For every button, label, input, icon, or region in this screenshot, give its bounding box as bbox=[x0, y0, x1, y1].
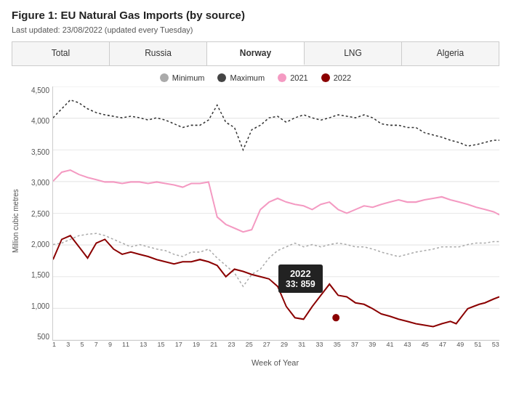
tab-norway[interactable]: Norway bbox=[207, 42, 305, 65]
x-tick-9: 9 bbox=[108, 341, 112, 348]
2021-icon bbox=[278, 73, 286, 82]
tab-total[interactable]: Total bbox=[12, 42, 110, 65]
chart-plot: 2022 33: 859 bbox=[52, 86, 499, 341]
y-tick-4500: 4,500 bbox=[31, 86, 49, 94]
x-tick-53: 53 bbox=[492, 341, 499, 348]
minimum-line bbox=[53, 233, 499, 286]
x-tick-35: 35 bbox=[334, 341, 341, 348]
y-axis: 4,500 4,000 3,500 3,000 2,500 2,000 1,50… bbox=[25, 86, 52, 341]
chart-inner: 4,500 4,000 3,500 3,000 2,500 2,000 1,50… bbox=[25, 86, 499, 355]
y-tick-1000: 1,000 bbox=[31, 302, 49, 310]
x-tick-23: 23 bbox=[228, 341, 235, 348]
chart-title: Figure 1: EU Natural Gas Imports (by sou… bbox=[12, 9, 499, 21]
tab-algeria[interactable]: Algeria bbox=[402, 42, 499, 65]
x-tick-11: 11 bbox=[122, 341, 129, 348]
maximum-line bbox=[53, 100, 499, 150]
legend-maximum-label: Maximum bbox=[230, 73, 265, 82]
legend-2021: 2021 bbox=[278, 73, 307, 82]
tab-bar: Total Russia Norway LNG Algeria bbox=[12, 41, 499, 66]
line-2021 bbox=[53, 170, 499, 232]
x-tick-25: 25 bbox=[246, 341, 253, 348]
tab-lng[interactable]: LNG bbox=[305, 42, 402, 65]
x-axis-label: Week of Year bbox=[12, 358, 499, 367]
y-tick-2000: 2,000 bbox=[31, 241, 49, 249]
legend-2021-label: 2021 bbox=[290, 73, 307, 82]
x-tick-29: 29 bbox=[281, 341, 288, 348]
chart-svg bbox=[53, 86, 499, 340]
x-tick-47: 47 bbox=[439, 341, 446, 348]
x-tick-33: 33 bbox=[316, 341, 323, 348]
chart-legend: Minimum Maximum 2021 2022 bbox=[12, 73, 499, 82]
x-axis: 1 3 5 7 9 11 13 15 17 19 21 23 25 27 29 … bbox=[52, 341, 499, 355]
x-tick-51: 51 bbox=[474, 341, 481, 348]
x-tick-13: 13 bbox=[140, 341, 147, 348]
legend-2022: 2022 bbox=[321, 73, 351, 82]
y-tick-3500: 3,500 bbox=[31, 148, 49, 156]
chart-subtitle: Last updated: 23/08/2022 (updated every … bbox=[12, 25, 499, 34]
y-tick-3000: 3,000 bbox=[31, 179, 49, 187]
y-tick-2500: 2,500 bbox=[31, 210, 49, 218]
minimum-icon bbox=[160, 73, 169, 82]
x-tick-5: 5 bbox=[80, 341, 84, 348]
legend-minimum: Minimum bbox=[160, 73, 205, 82]
maximum-icon bbox=[217, 73, 226, 82]
x-tick-1: 1 bbox=[52, 341, 56, 348]
x-tick-15: 15 bbox=[158, 341, 165, 348]
x-tick-19: 19 bbox=[193, 341, 200, 348]
2022-icon bbox=[321, 73, 330, 82]
x-tick-31: 31 bbox=[298, 341, 305, 348]
x-tick-41: 41 bbox=[386, 341, 393, 348]
y-tick-4000: 4,000 bbox=[31, 117, 49, 125]
legend-2022-label: 2022 bbox=[334, 73, 351, 82]
y-tick-1500: 1,500 bbox=[31, 271, 49, 279]
y-tick-500: 500 bbox=[37, 333, 49, 341]
x-tick-49: 49 bbox=[456, 341, 464, 348]
x-tick-37: 37 bbox=[351, 341, 358, 348]
legend-maximum: Maximum bbox=[217, 73, 265, 82]
x-tick-45: 45 bbox=[422, 341, 429, 348]
chart-area: Million cubic metres 4,500 4,000 3,500 3… bbox=[12, 86, 499, 355]
x-tick-7: 7 bbox=[94, 341, 98, 348]
line-2022 bbox=[53, 235, 499, 326]
tooltip-dot bbox=[331, 313, 340, 322]
legend-minimum-label: Minimum bbox=[172, 73, 205, 82]
x-tick-27: 27 bbox=[263, 341, 270, 348]
y-axis-label: Million cubic metres bbox=[12, 86, 23, 355]
x-tick-17: 17 bbox=[175, 341, 182, 348]
tab-russia[interactable]: Russia bbox=[110, 42, 207, 65]
x-tick-43: 43 bbox=[404, 341, 411, 348]
x-tick-39: 39 bbox=[369, 341, 376, 348]
x-tick-3: 3 bbox=[66, 341, 70, 348]
x-tick-21: 21 bbox=[210, 341, 217, 348]
